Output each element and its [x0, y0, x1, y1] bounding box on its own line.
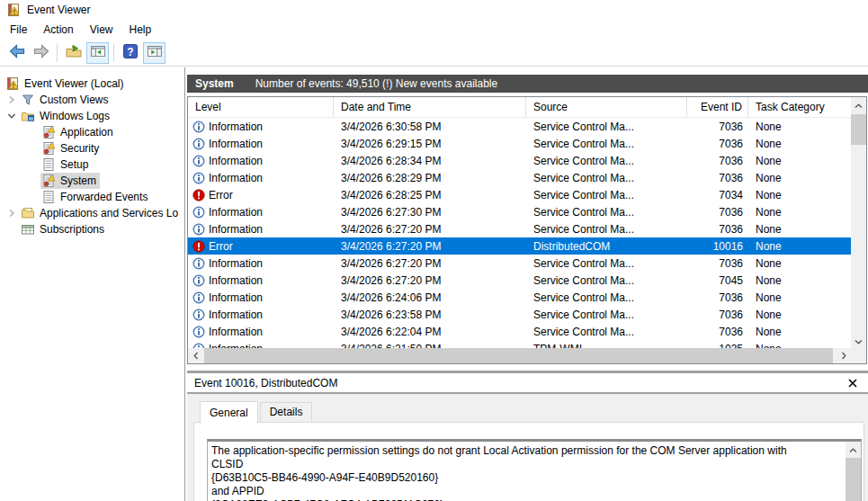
horizontal-scrollbar[interactable]: [188, 348, 851, 363]
menu-item[interactable]: File: [2, 20, 35, 40]
tree-item[interactable]: System: [0, 173, 184, 189]
table-row[interactable]: Information 3/4/2026 6:24:06 PM Service …: [188, 289, 851, 306]
vertical-scroll-thumb[interactable]: [851, 114, 866, 145]
scroll-down-button[interactable]: [851, 333, 866, 348]
expander-icon[interactable]: [4, 112, 20, 120]
tree-item-icon: [21, 206, 35, 220]
event-viewer-icon: [6, 3, 21, 17]
column-header[interactable]: Task Category: [748, 97, 851, 117]
tree-item[interactable]: Application: [0, 124, 184, 140]
scroll-up-button[interactable]: [851, 97, 866, 112]
tree-item[interactable]: Event Viewer (Local): [0, 76, 184, 92]
task-category-cell: None: [748, 135, 851, 152]
vertical-scrollbar[interactable]: [851, 97, 866, 348]
log-panel: System Number of events: 49,510 (!) New …: [186, 67, 868, 501]
table-row[interactable]: Information 3/4/2026 6:23:58 PM Service …: [188, 306, 851, 323]
tree-item[interactable]: Security: [0, 140, 184, 157]
log-header-bar: System Number of events: 49,510 (!) New …: [187, 75, 868, 93]
table-row[interactable]: Information 3/4/2026 6:28:29 PM Service …: [188, 169, 851, 186]
message-scroll-thumb[interactable]: [846, 458, 861, 501]
message-line: {D63B10C5-BB46-4990-A94F-E40B9D520160}: [211, 471, 842, 485]
table-row[interactable]: Information 3/4/2026 6:27:20 PM Service …: [188, 255, 851, 272]
source-cell: Service Control Ma...: [526, 169, 687, 186]
table-row[interactable]: Information 3/4/2026 6:29:15 PM Service …: [188, 135, 851, 152]
tree-item-label: Custom Views: [40, 94, 108, 106]
log-status: Number of events: 49,510 (!) New events …: [255, 77, 497, 90]
table-row[interactable]: Information 3/4/2026 6:30:58 PM Service …: [188, 118, 851, 135]
close-preview-button[interactable]: [846, 378, 859, 390]
datetime-cell: 3/4/2026 6:27:20 PM: [334, 272, 526, 289]
level-text: Information: [209, 206, 263, 219]
open-saved-log-button[interactable]: [62, 42, 85, 64]
tree-item[interactable]: Setup: [0, 157, 184, 173]
event-message-text: The application-specific permission sett…: [208, 442, 846, 501]
column-header[interactable]: Level: [188, 97, 334, 117]
toggle-action-pane-button[interactable]: [143, 42, 166, 64]
level-icon: [192, 326, 205, 338]
toggle-console-tree-button[interactable]: [86, 42, 109, 64]
tree-item[interactable]: Subscriptions: [0, 221, 184, 237]
tree-item-label: Windows Logs: [40, 110, 110, 122]
help-button[interactable]: ?: [119, 42, 141, 64]
column-header[interactable]: Date and Time: [334, 97, 526, 117]
expander-icon[interactable]: [4, 209, 20, 218]
level-icon: [192, 257, 205, 270]
horizontal-scroll-thumb[interactable]: [204, 348, 833, 363]
toolbar-separator: [57, 44, 58, 62]
preview-pane: Event 10016, DistributedCOM General Deta…: [187, 371, 868, 501]
message-scrollbar[interactable]: [846, 442, 861, 501]
scroll-left-button[interactable]: [188, 348, 203, 363]
level-icon: [192, 138, 205, 150]
table-header: LevelDate and TimeSourceEvent IDTask Cat…: [188, 97, 851, 118]
level-icon: [192, 274, 205, 287]
tree-item[interactable]: Custom Views: [0, 92, 184, 108]
level-icon: [192, 189, 205, 201]
menu-item[interactable]: View: [82, 20, 121, 40]
toolbar-separator: [113, 44, 114, 62]
toolbar: ?: [0, 40, 868, 67]
message-scroll-up-button[interactable]: [846, 442, 861, 457]
event-id-cell: 7036: [687, 203, 748, 220]
table-row[interactable]: Error 3/4/2026 6:28:25 PM Service Contro…: [188, 186, 851, 203]
console-tree: Event Viewer (Local) Custom Views Window…: [0, 67, 185, 501]
table-row[interactable]: Information 3/4/2026 6:28:34 PM Service …: [188, 152, 851, 169]
table-row[interactable]: Information 3/4/2026 6:21:50 PM TPM-WMI …: [188, 340, 851, 348]
tree-item-icon: [21, 93, 35, 107]
column-header[interactable]: Event ID: [687, 97, 748, 117]
event-id-cell: 7036: [687, 306, 748, 323]
event-id-cell: 7036: [687, 289, 748, 306]
forward-button[interactable]: [30, 42, 52, 64]
datetime-cell: 3/4/2026 6:27:30 PM: [334, 203, 526, 220]
menu-item[interactable]: Help: [121, 20, 160, 40]
source-cell: DistributedCOM: [526, 237, 687, 255]
table-row[interactable]: Information 3/4/2026 6:22:04 PM Service …: [188, 323, 851, 340]
table-row[interactable]: Information 3/4/2026 6:27:30 PM Service …: [188, 203, 851, 220]
table-row[interactable]: Information 3/4/2026 6:27:20 PM Service …: [188, 272, 851, 289]
tree-item-icon: [21, 222, 35, 237]
svg-text:?: ?: [127, 46, 133, 58]
tab-details[interactable]: Details: [260, 402, 313, 423]
table-row[interactable]: Information 3/4/2026 6:27:20 PM Service …: [188, 220, 851, 237]
preview-tabs: General Details: [200, 401, 314, 423]
tree-item[interactable]: Windows Logs: [0, 108, 184, 124]
expander-icon[interactable]: [4, 95, 20, 104]
event-id-cell: 7036: [687, 118, 748, 135]
menu-bar: FileActionViewHelp: [0, 20, 868, 40]
scroll-right-button[interactable]: [836, 348, 851, 363]
open-saved-log-icon: [65, 42, 83, 63]
level-text: Information: [209, 223, 263, 236]
message-line: The application-specific permission sett…: [211, 444, 842, 458]
table-row[interactable]: Error 3/4/2026 6:27:20 PM DistributedCOM…: [188, 237, 851, 255]
task-category-cell: None: [748, 169, 851, 186]
tree-item[interactable]: Forwarded Events: [0, 189, 184, 205]
source-cell: Service Control Ma...: [526, 306, 687, 323]
menu-item[interactable]: Action: [35, 20, 81, 40]
tree-item[interactable]: Applications and Services Lo: [0, 205, 184, 221]
column-header[interactable]: Source: [526, 97, 687, 117]
source-cell: Service Control Ma...: [526, 220, 687, 237]
source-cell: TPM-WMI: [526, 340, 687, 348]
back-button[interactable]: [5, 42, 28, 64]
tab-general[interactable]: General: [200, 401, 258, 424]
tree-item-label: Event Viewer (Local): [24, 77, 124, 90]
event-message-box[interactable]: The application-specific permission sett…: [207, 439, 862, 501]
